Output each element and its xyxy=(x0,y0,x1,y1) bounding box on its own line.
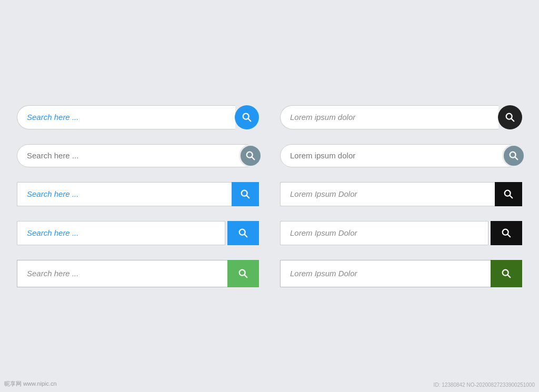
search-group-2-right xyxy=(280,144,522,167)
search-icon-1-left xyxy=(242,112,252,123)
search-button-3-right[interactable] xyxy=(495,182,522,206)
search-group-3-left xyxy=(17,182,259,206)
search-input-3-left[interactable] xyxy=(17,182,232,206)
svg-line-15 xyxy=(507,234,510,237)
svg-line-7 xyxy=(515,157,517,159)
svg-line-17 xyxy=(244,275,247,277)
search-button-3-left[interactable] xyxy=(232,182,259,206)
search-input-1-right[interactable] xyxy=(280,105,498,129)
watermark-left: 昵享网 www.nipic.cn xyxy=(4,380,57,388)
watermark-right: ID: 12380842 NO-20200827233900251000 xyxy=(434,382,535,388)
search-button-5-right[interactable] xyxy=(491,260,522,287)
search-icon-3-right xyxy=(503,189,514,199)
search-button-2-left[interactable] xyxy=(239,144,262,167)
search-icon-2-left xyxy=(245,150,256,161)
search-group-1-right xyxy=(280,105,522,129)
search-button-4-left[interactable] xyxy=(227,221,259,245)
search-icon-4-left xyxy=(238,228,248,238)
svg-line-9 xyxy=(246,195,249,198)
search-input-5-right[interactable] xyxy=(280,260,491,287)
search-icon-5-left xyxy=(238,268,248,279)
row-1 xyxy=(17,105,522,129)
search-wrapper-2-right xyxy=(280,144,522,167)
search-input-3-right[interactable] xyxy=(280,182,495,206)
svg-line-19 xyxy=(507,275,510,277)
search-button-5-left[interactable] xyxy=(227,260,259,287)
search-group-3-right xyxy=(280,182,522,206)
search-group-5-left xyxy=(17,260,259,287)
search-icon-4-right xyxy=(501,228,512,238)
page-wrapper xyxy=(17,105,522,287)
svg-line-1 xyxy=(248,118,251,121)
svg-line-13 xyxy=(244,234,247,237)
svg-line-11 xyxy=(510,195,512,198)
svg-line-3 xyxy=(511,118,514,121)
row-4 xyxy=(17,221,522,245)
search-input-2-right[interactable] xyxy=(280,144,522,167)
row-2 xyxy=(17,144,522,167)
search-button-4-right[interactable] xyxy=(491,221,522,245)
search-input-1-left[interactable] xyxy=(17,105,235,129)
search-input-4-left[interactable] xyxy=(17,221,225,245)
row-5 xyxy=(17,260,522,287)
search-icon-5-right xyxy=(501,268,512,279)
search-group-1-left xyxy=(17,105,259,129)
row-3 xyxy=(17,182,522,206)
search-button-2-right[interactable] xyxy=(502,144,525,167)
search-icon-3-left xyxy=(240,189,251,199)
search-icon-2-right xyxy=(508,150,519,161)
svg-line-5 xyxy=(252,157,254,159)
search-group-4-left xyxy=(17,221,259,245)
search-wrapper-2-left xyxy=(17,144,259,167)
search-group-5-right xyxy=(280,260,522,287)
search-input-4-right[interactable] xyxy=(280,221,488,245)
search-icon-1-right xyxy=(505,112,515,123)
search-button-1-left[interactable] xyxy=(235,105,259,129)
search-group-2-left xyxy=(17,144,259,167)
search-button-1-right[interactable] xyxy=(498,105,522,129)
search-input-2-left[interactable] xyxy=(17,144,259,167)
search-input-5-left[interactable] xyxy=(17,260,227,287)
search-group-4-right xyxy=(280,221,522,245)
